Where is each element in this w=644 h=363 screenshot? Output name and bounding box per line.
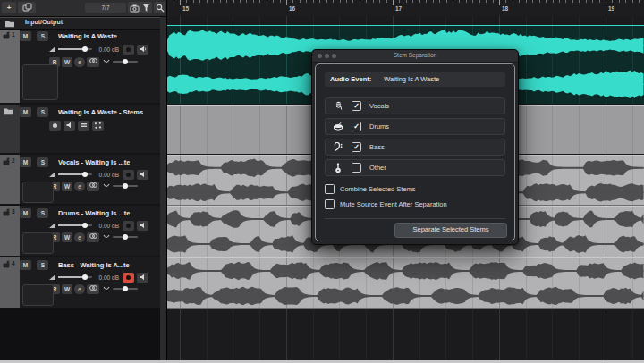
vocals-checkbox[interactable]: ✓ bbox=[352, 101, 361, 111]
stem-row-vocals[interactable]: ✓ Vocals bbox=[325, 97, 505, 114]
mute-button[interactable]: M bbox=[20, 208, 31, 218]
pan-slider[interactable] bbox=[113, 185, 138, 187]
mute-button[interactable]: M bbox=[20, 260, 31, 270]
track-title: Waiting Is A Waste bbox=[58, 31, 117, 41]
edit-channel-button[interactable]: e bbox=[74, 232, 85, 242]
combine-stems-checkbox[interactable] bbox=[325, 184, 335, 194]
mute-button[interactable]: M bbox=[20, 107, 31, 117]
record-enable-button[interactable] bbox=[123, 45, 134, 55]
volume-slider[interactable] bbox=[58, 276, 92, 278]
folder-icon bbox=[3, 107, 13, 115]
volume-value: 0.00 dB bbox=[96, 46, 119, 53]
stem-row-bass[interactable]: ✓ Bass bbox=[325, 139, 505, 156]
write-automation-button[interactable]: W bbox=[62, 182, 72, 191]
dialog-titlebar[interactable]: Stem Separation bbox=[312, 50, 518, 63]
volume-value: 0.00 dB bbox=[96, 172, 119, 178]
other-checkbox[interactable] bbox=[352, 163, 361, 173]
solo-button[interactable]: S bbox=[37, 31, 48, 41]
track-visibility-group[interactable] bbox=[128, 2, 152, 13]
volume-slider[interactable] bbox=[58, 224, 92, 226]
stem-row-other[interactable]: Other bbox=[325, 159, 505, 176]
monitor-button[interactable] bbox=[137, 170, 148, 180]
edit-channel-button[interactable]: e bbox=[74, 182, 85, 191]
io-folder-row[interactable]: Input/Output bbox=[0, 17, 160, 30]
option-label: Mute Source Event After Separation bbox=[340, 200, 447, 208]
pan-slider[interactable] bbox=[113, 61, 138, 63]
track-gutter[interactable]: 4 bbox=[0, 257, 20, 308]
mute-source-checkbox[interactable] bbox=[325, 199, 335, 209]
timeline-ruler[interactable]: 1516171819 bbox=[167, 0, 644, 17]
record-enable-button[interactable] bbox=[123, 273, 134, 283]
arrange-empty-area bbox=[167, 309, 644, 360]
combine-stems-option[interactable]: Combine Selected Stems bbox=[325, 183, 416, 194]
drum-icon bbox=[333, 122, 343, 131]
ruler-bar-label: 15 bbox=[182, 5, 189, 12]
write-automation-button[interactable]: W bbox=[62, 284, 72, 294]
speaker-icon bbox=[140, 222, 147, 229]
track-picture-box[interactable] bbox=[22, 284, 54, 306]
volume-icon bbox=[49, 172, 55, 177]
monitor-button[interactable] bbox=[137, 221, 148, 231]
mute-button[interactable]: M bbox=[20, 157, 31, 167]
duplicate-icon[interactable] bbox=[18, 2, 36, 13]
volume-value: 0.00 dB bbox=[96, 223, 119, 229]
channel-link-icon[interactable] bbox=[87, 182, 99, 191]
track-number: 1 bbox=[12, 31, 15, 38]
separate-stems-button[interactable]: Separate Selected Stems bbox=[394, 223, 507, 238]
volume-slider[interactable] bbox=[58, 48, 92, 50]
edit-channel-button[interactable]: e bbox=[74, 57, 85, 67]
track-header-waiting-is-a-waste[interactable]: 1 M S Waiting Is A Waste 0.00 dB R W e bbox=[0, 29, 160, 103]
track-gutter[interactable]: 3 bbox=[0, 206, 20, 256]
solo-button[interactable]: S bbox=[37, 260, 48, 270]
record-enable-button[interactable] bbox=[123, 221, 134, 231]
channel-link-icon[interactable] bbox=[87, 232, 99, 242]
stem-row-drums[interactable]: ✓ Drums bbox=[325, 118, 505, 135]
dialog-divider bbox=[325, 218, 505, 219]
bass-checkbox[interactable]: ✓ bbox=[352, 142, 361, 152]
track-gutter[interactable] bbox=[0, 105, 20, 153]
track-header-stems-folder[interactable]: M S Waiting Is A Waste - Stems bbox=[0, 105, 160, 153]
pan-slider[interactable] bbox=[113, 288, 138, 290]
edit-channel-button[interactable]: e bbox=[74, 284, 85, 294]
track-header-vocals[interactable]: 2 M S Vocals - Waiting Is ...te 0.00 dB … bbox=[0, 155, 160, 204]
solo-button[interactable]: S bbox=[37, 208, 48, 218]
solo-button[interactable]: S bbox=[37, 157, 48, 167]
group-edit-icon[interactable] bbox=[78, 121, 89, 131]
solo-button[interactable]: S bbox=[37, 107, 48, 117]
mute-button[interactable]: M bbox=[20, 31, 31, 41]
write-automation-button[interactable]: W bbox=[62, 57, 72, 67]
monitor-button[interactable] bbox=[137, 273, 148, 283]
ruler-bar-label: 18 bbox=[502, 5, 508, 12]
track-gutter[interactable]: 2 bbox=[0, 155, 20, 204]
track-gutter[interactable]: 1 bbox=[0, 29, 20, 103]
track-header-bass[interactable]: 4 M S Bass - Waiting Is A...te 0.00 dB R… bbox=[0, 257, 160, 308]
panel-splitter[interactable] bbox=[160, 17, 166, 360]
drums-checkbox[interactable]: ✓ bbox=[352, 122, 361, 131]
microphone-icon bbox=[334, 101, 343, 111]
track-picture-box[interactable] bbox=[22, 182, 54, 203]
daw-window: + 7/7 Input/Output 1 M S Waiting Is A Wa… bbox=[0, 0, 644, 363]
monitor-button[interactable] bbox=[137, 45, 148, 55]
bass-clef-icon bbox=[334, 142, 343, 152]
add-track-button[interactable]: + bbox=[2, 2, 16, 13]
speaker-icon bbox=[140, 46, 147, 53]
option-label: Combine Selected Stems bbox=[340, 185, 416, 193]
track-picture-box[interactable] bbox=[22, 64, 58, 100]
audio-track-type-icon bbox=[3, 208, 11, 216]
record-enable-button[interactable] bbox=[123, 170, 134, 180]
pan-slider[interactable] bbox=[113, 236, 138, 238]
channel-link-icon[interactable] bbox=[87, 57, 99, 67]
write-automation-button[interactable]: W bbox=[62, 232, 72, 242]
stems-icon[interactable] bbox=[92, 121, 104, 131]
mute-source-option[interactable]: Mute Source Event After Separation bbox=[325, 198, 447, 209]
search-icon[interactable] bbox=[154, 2, 165, 13]
record-enable-button[interactable] bbox=[49, 121, 61, 131]
audio-event-bass[interactable] bbox=[167, 257, 644, 309]
track-list-toolbar: + 7/7 bbox=[0, 0, 166, 17]
track-title: Vocals - Waiting Is ...te bbox=[58, 157, 130, 167]
channel-link-icon[interactable] bbox=[87, 284, 99, 294]
monitor-button[interactable] bbox=[64, 121, 75, 131]
track-header-drums[interactable]: 3 M S Drums - Waiting Is ...te 0.00 dB R… bbox=[0, 206, 160, 256]
volume-slider[interactable] bbox=[58, 173, 92, 175]
track-picture-box[interactable] bbox=[22, 232, 54, 254]
